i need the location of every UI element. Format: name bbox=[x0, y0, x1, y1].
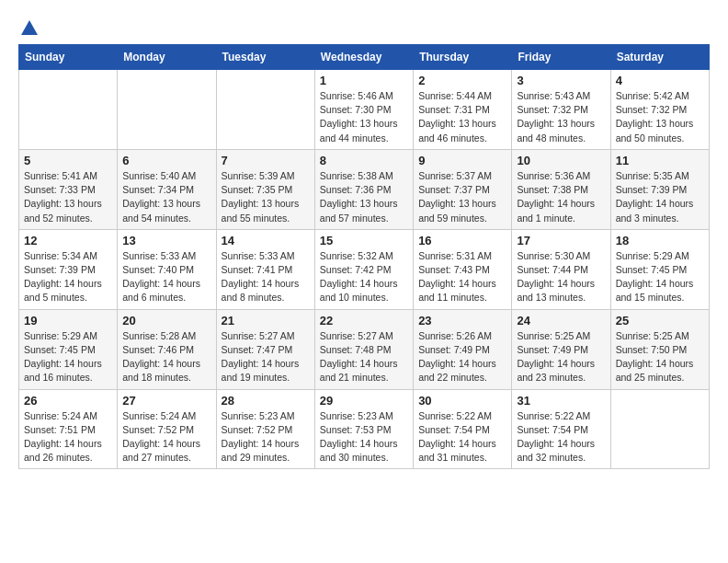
header-wednesday: Wednesday bbox=[314, 45, 413, 70]
day-info: Sunrise: 5:25 AMSunset: 7:49 PMDaylight:… bbox=[517, 329, 605, 385]
day-number: 4 bbox=[616, 74, 704, 87]
day-number: 31 bbox=[517, 394, 605, 408]
calendar-cell: 8Sunrise: 5:38 AMSunset: 7:36 PMDaylight… bbox=[314, 149, 413, 229]
day-number: 23 bbox=[418, 314, 506, 327]
header-monday: Monday bbox=[118, 45, 216, 70]
day-number: 13 bbox=[122, 234, 210, 247]
day-number: 2 bbox=[418, 74, 506, 87]
calendar-cell: 23Sunrise: 5:26 AMSunset: 7:49 PMDayligh… bbox=[414, 309, 512, 389]
day-number: 28 bbox=[222, 394, 310, 408]
week-row-1: 5Sunrise: 5:41 AMSunset: 7:33 PMDaylight… bbox=[19, 149, 710, 229]
calendar-cell: 17Sunrise: 5:30 AMSunset: 7:44 PMDayligh… bbox=[512, 229, 610, 309]
week-row-4: 26Sunrise: 5:24 AMSunset: 7:51 PMDayligh… bbox=[19, 389, 710, 469]
calendar-cell: 1Sunrise: 5:46 AMSunset: 7:30 PMDaylight… bbox=[314, 70, 413, 150]
calendar-cell: 6Sunrise: 5:40 AMSunset: 7:34 PMDaylight… bbox=[118, 149, 216, 229]
day-info: Sunrise: 5:28 AMSunset: 7:46 PMDaylight:… bbox=[122, 329, 210, 385]
day-info: Sunrise: 5:35 AMSunset: 7:39 PMDaylight:… bbox=[616, 169, 704, 225]
calendar-cell: 24Sunrise: 5:25 AMSunset: 7:49 PMDayligh… bbox=[512, 309, 610, 389]
calendar-cell: 7Sunrise: 5:39 AMSunset: 7:35 PMDaylight… bbox=[216, 149, 314, 229]
calendar-cell: 4Sunrise: 5:42 AMSunset: 7:32 PMDaylight… bbox=[610, 70, 709, 150]
day-info: Sunrise: 5:42 AMSunset: 7:32 PMDaylight:… bbox=[616, 89, 704, 145]
calendar-cell: 22Sunrise: 5:27 AMSunset: 7:48 PMDayligh… bbox=[314, 309, 413, 389]
calendar-cell: 2Sunrise: 5:44 AMSunset: 7:31 PMDaylight… bbox=[414, 70, 512, 150]
calendar-cell: 21Sunrise: 5:27 AMSunset: 7:47 PMDayligh… bbox=[216, 309, 314, 389]
day-number: 1 bbox=[320, 74, 408, 87]
day-info: Sunrise: 5:37 AMSunset: 7:37 PMDaylight:… bbox=[418, 169, 506, 225]
day-info: Sunrise: 5:40 AMSunset: 7:34 PMDaylight:… bbox=[122, 169, 210, 225]
day-info: Sunrise: 5:36 AMSunset: 7:38 PMDaylight:… bbox=[517, 169, 605, 225]
calendar-cell: 19Sunrise: 5:29 AMSunset: 7:45 PMDayligh… bbox=[19, 309, 118, 389]
day-number: 11 bbox=[616, 154, 704, 167]
calendar-cell: 29Sunrise: 5:23 AMSunset: 7:53 PMDayligh… bbox=[314, 389, 413, 469]
day-info: Sunrise: 5:22 AMSunset: 7:54 PMDaylight:… bbox=[517, 409, 605, 465]
day-number: 26 bbox=[24, 394, 112, 408]
day-info: Sunrise: 5:27 AMSunset: 7:47 PMDaylight:… bbox=[222, 329, 310, 385]
calendar-table: SundayMondayTuesdayWednesdayThursdayFrid… bbox=[18, 44, 710, 469]
day-info: Sunrise: 5:46 AMSunset: 7:30 PMDaylight:… bbox=[320, 89, 408, 145]
calendar-cell: 10Sunrise: 5:36 AMSunset: 7:38 PMDayligh… bbox=[512, 149, 610, 229]
day-info: Sunrise: 5:23 AMSunset: 7:52 PMDaylight:… bbox=[222, 409, 310, 465]
calendar-cell: 14Sunrise: 5:33 AMSunset: 7:41 PMDayligh… bbox=[216, 229, 314, 309]
calendar-cell: 5Sunrise: 5:41 AMSunset: 7:33 PMDaylight… bbox=[19, 149, 118, 229]
day-number: 3 bbox=[517, 74, 605, 87]
day-info: Sunrise: 5:33 AMSunset: 7:40 PMDaylight:… bbox=[122, 249, 210, 305]
day-number: 15 bbox=[320, 234, 408, 247]
day-number: 5 bbox=[24, 154, 112, 167]
day-info: Sunrise: 5:43 AMSunset: 7:32 PMDaylight:… bbox=[517, 89, 605, 145]
day-number: 18 bbox=[616, 234, 704, 247]
calendar-cell: 31Sunrise: 5:22 AMSunset: 7:54 PMDayligh… bbox=[512, 389, 610, 469]
day-number: 30 bbox=[418, 394, 506, 408]
day-info: Sunrise: 5:27 AMSunset: 7:48 PMDaylight:… bbox=[320, 329, 408, 385]
day-number: 8 bbox=[320, 154, 408, 167]
calendar-cell bbox=[216, 70, 314, 150]
calendar-cell bbox=[118, 70, 216, 150]
day-info: Sunrise: 5:23 AMSunset: 7:53 PMDaylight:… bbox=[320, 409, 408, 465]
day-info: Sunrise: 5:44 AMSunset: 7:31 PMDaylight:… bbox=[418, 89, 506, 145]
day-number: 29 bbox=[320, 394, 408, 408]
week-row-3: 19Sunrise: 5:29 AMSunset: 7:45 PMDayligh… bbox=[19, 309, 710, 389]
week-row-0: 1Sunrise: 5:46 AMSunset: 7:30 PMDaylight… bbox=[19, 70, 710, 150]
calendar-cell: 18Sunrise: 5:29 AMSunset: 7:45 PMDayligh… bbox=[610, 229, 709, 309]
day-number: 24 bbox=[517, 314, 605, 327]
day-number: 17 bbox=[517, 234, 605, 247]
day-number: 27 bbox=[122, 394, 210, 408]
calendar-header-row: SundayMondayTuesdayWednesdayThursdayFrid… bbox=[19, 45, 710, 70]
calendar-cell: 27Sunrise: 5:24 AMSunset: 7:52 PMDayligh… bbox=[118, 389, 216, 469]
day-number: 14 bbox=[222, 234, 310, 247]
logo-icon bbox=[19, 18, 40, 39]
day-number: 12 bbox=[24, 234, 112, 247]
day-info: Sunrise: 5:38 AMSunset: 7:36 PMDaylight:… bbox=[320, 169, 408, 225]
day-number: 16 bbox=[418, 234, 506, 247]
calendar-cell: 13Sunrise: 5:33 AMSunset: 7:40 PMDayligh… bbox=[118, 229, 216, 309]
day-number: 10 bbox=[517, 154, 605, 167]
day-info: Sunrise: 5:22 AMSunset: 7:54 PMDaylight:… bbox=[418, 409, 506, 465]
day-info: Sunrise: 5:24 AMSunset: 7:51 PMDaylight:… bbox=[24, 409, 112, 465]
day-info: Sunrise: 5:29 AMSunset: 7:45 PMDaylight:… bbox=[616, 249, 704, 305]
day-info: Sunrise: 5:24 AMSunset: 7:52 PMDaylight:… bbox=[122, 409, 210, 465]
calendar-cell: 20Sunrise: 5:28 AMSunset: 7:46 PMDayligh… bbox=[118, 309, 216, 389]
day-info: Sunrise: 5:41 AMSunset: 7:33 PMDaylight:… bbox=[24, 169, 112, 225]
header-sunday: Sunday bbox=[19, 45, 118, 70]
day-number: 22 bbox=[320, 314, 408, 327]
week-row-2: 12Sunrise: 5:34 AMSunset: 7:39 PMDayligh… bbox=[19, 229, 710, 309]
calendar-cell: 16Sunrise: 5:31 AMSunset: 7:43 PMDayligh… bbox=[414, 229, 512, 309]
day-info: Sunrise: 5:32 AMSunset: 7:42 PMDaylight:… bbox=[320, 249, 408, 305]
day-number: 9 bbox=[418, 154, 506, 167]
calendar-cell: 25Sunrise: 5:25 AMSunset: 7:50 PMDayligh… bbox=[610, 309, 709, 389]
calendar-cell bbox=[610, 389, 709, 469]
day-info: Sunrise: 5:31 AMSunset: 7:43 PMDaylight:… bbox=[418, 249, 506, 305]
header-tuesday: Tuesday bbox=[216, 45, 314, 70]
calendar-cell bbox=[19, 70, 118, 150]
calendar-cell: 26Sunrise: 5:24 AMSunset: 7:51 PMDayligh… bbox=[19, 389, 118, 469]
calendar-cell: 15Sunrise: 5:32 AMSunset: 7:42 PMDayligh… bbox=[314, 229, 413, 309]
day-number: 6 bbox=[122, 154, 210, 167]
day-number: 21 bbox=[222, 314, 310, 327]
calendar-cell: 30Sunrise: 5:22 AMSunset: 7:54 PMDayligh… bbox=[414, 389, 512, 469]
day-info: Sunrise: 5:26 AMSunset: 7:49 PMDaylight:… bbox=[418, 329, 506, 385]
calendar-cell: 3Sunrise: 5:43 AMSunset: 7:32 PMDaylight… bbox=[512, 70, 610, 150]
day-number: 20 bbox=[122, 314, 210, 327]
calendar-cell: 11Sunrise: 5:35 AMSunset: 7:39 PMDayligh… bbox=[610, 149, 709, 229]
svg-marker-0 bbox=[21, 20, 38, 35]
logo bbox=[18, 18, 41, 35]
day-info: Sunrise: 5:34 AMSunset: 7:39 PMDaylight:… bbox=[24, 249, 112, 305]
